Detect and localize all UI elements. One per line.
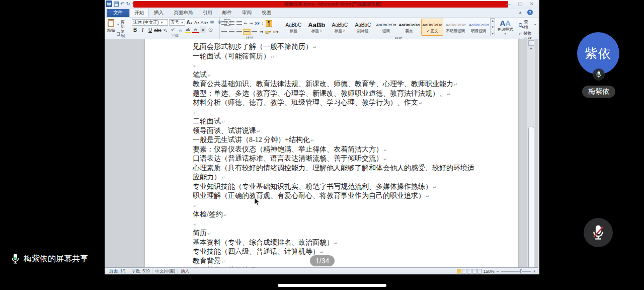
change-styles-icon: AA [500,19,511,27]
sort-icon[interactable]: ↕ [262,21,264,26]
paste-button[interactable]: 粘贴 [106,19,116,33]
phonetic-guide-icon[interactable]: 拼 [209,19,215,26]
save-icon[interactable] [114,2,119,7]
asian-layout-icon[interactable]: X▾ [255,21,259,26]
redo-icon[interactable]: ↻ [126,1,130,7]
shading-icon[interactable]: ▨▾ [265,30,271,34]
ruler-toggle-icon[interactable]: ⌐ [528,40,534,46]
copy-button[interactable]: 复制 [117,29,128,38]
status-page[interactable]: 页面: 1/1 [107,268,129,274]
style-标题[interactable]: AaBbC标题 [282,19,304,36]
style-正文[interactable]: AaBbCcDd✓ 正文 [421,19,443,36]
restore-button[interactable]: ▢ [518,1,522,7]
text-effects-icon[interactable]: A [177,27,184,33]
superscript-button[interactable]: x² [170,27,176,33]
style-明显强调[interactable]: AaBbCcDd明显强调 [467,19,490,36]
minimize-button[interactable]: — [506,1,511,7]
fullscreen-view-icon[interactable] [462,269,466,273]
tab-references[interactable]: 引用 [198,8,217,17]
zoom-level[interactable]: 150% [484,269,495,274]
style-要点[interactable]: AaBbCcDd要点 [398,19,420,36]
word-logo-icon[interactable]: W [106,1,112,7]
style-不明显强调[interactable]: AaBbCcDd不明显强调 [444,19,466,36]
help-icon[interactable]: ? [527,10,533,15]
undo-icon[interactable]: ↶ [120,1,124,7]
multilevel-list-icon[interactable] [236,21,242,25]
status-insert-mode[interactable]: 插入 [178,268,192,274]
mute-microphone-button[interactable] [584,218,613,247]
numbered-list-icon[interactable] [229,21,234,25]
increase-indent-icon[interactable]: ⇥ [250,21,253,26]
font-name-select[interactable]: 宋体 (中文正)▼ [132,19,168,26]
tab-mailings[interactable]: 邮件 [217,8,237,17]
scrollbar-thumb[interactable] [528,126,534,267]
zoom-slider[interactable] [501,271,531,272]
view-mode-buttons [457,269,481,273]
document-line: 个人荣誉、获奖情况↵ [193,266,498,267]
zoom-slider-thumb[interactable] [520,269,522,273]
web-layout-view-icon[interactable] [467,269,471,273]
distribute-icon[interactable] [252,30,257,34]
character-shading-icon[interactable]: A [200,27,206,33]
grow-font-button[interactable]: A▲ [186,19,193,26]
style-preview: AaBbCcDd [423,22,443,29]
tab-review[interactable]: 审阅 [237,8,257,17]
outline-view-icon[interactable] [472,269,476,273]
minimize-ribbon-icon[interactable]: ▲ [518,10,522,15]
print-layout-view-icon[interactable] [457,269,461,273]
scroll-up-icon[interactable]: ▲ [529,46,533,51]
style-强调[interactable]: AaBbCcDd强调 [375,19,397,36]
underline-button[interactable]: U [147,27,153,33]
zoom-in-button[interactable]: + [533,269,536,274]
document-line: 要素：仪容仪表仪态（精神饱满、举止得体、衣着简洁大方）↵ [193,145,498,155]
italic-button[interactable]: I [139,27,146,33]
replace-icon: ⇄ [519,31,522,36]
font-color-icon[interactable]: A [192,27,199,33]
document-line: 职业理解（正确的教育观、有爱心耐心、将教育事业作为自己的职业追求）↵ [193,191,498,201]
style-标题 2[interactable]: AaBbC标题 2 [329,19,351,36]
tab-home[interactable]: 开始 [129,8,149,17]
close-button[interactable]: ✕ [530,1,534,7]
tab-file[interactable]: 文件 [107,8,129,17]
decrease-indent-icon[interactable]: ⇤ [244,21,248,26]
style-name: 强调 [382,29,390,33]
line-spacing-icon[interactable]: ↕▾ [259,30,263,34]
highlight-color-icon[interactable]: ab [185,27,191,33]
find-button[interactable]: 查找▼ [519,19,536,30]
tab-page-layout[interactable]: 页面布局 [169,8,198,17]
zoom-out-button[interactable]: − [496,269,499,274]
tab-view[interactable]: 视图 [257,8,276,17]
borders-icon[interactable]: ⊞▾ [273,30,279,34]
home-indicator-bar[interactable] [278,284,386,287]
change-case-button[interactable]: Aa▼ [201,19,208,26]
justify-icon[interactable] [244,30,250,34]
draft-view-icon[interactable] [477,269,481,273]
show-hide-pilcrow-button[interactable]: ¶ [266,20,272,27]
style-副标题[interactable]: AaBbC副标题 [352,19,374,36]
style-preview: AaBbCcDd [469,22,489,29]
bold-button[interactable]: B [132,27,138,33]
status-language[interactable]: 中文(中国) [152,268,178,274]
strikethrough-button[interactable]: abc [154,27,161,33]
subscript-button[interactable]: x₂ [162,27,169,33]
align-left-icon[interactable] [221,30,227,34]
cut-button[interactable]: ✂剪切 [117,20,128,29]
tab-insert[interactable]: 插入 [149,8,169,17]
style-标题 1[interactable]: AaBb标题 1 [305,19,328,36]
shrink-font-button[interactable]: A▼ [194,19,200,26]
document-page[interactable]: 见面会形式初步了解（一般不筛简历）↵一轮面试（可能筛简历）↵↵笔试↵教育公共基础… [145,39,518,267]
style-name: 标题 2 [335,29,345,33]
vertical-scrollbar[interactable]: ⌐ ▲ [527,39,535,267]
replace-button[interactable]: ⇄替换 [519,31,536,36]
document-line: ↵ [193,61,498,70]
align-right-icon[interactable] [236,30,242,34]
styles-gallery-scroll[interactable]: ▲▼▼ [490,18,495,36]
participant-tile[interactable]: 紫依 梅紫依 [577,32,620,98]
bullet-list-icon[interactable] [221,21,227,25]
change-styles-button[interactable]: AA 更改样式 ▼ [495,19,515,35]
status-word-count[interactable]: 字数: 519 [129,268,153,274]
enclose-icon[interactable]: Ⓐ [207,27,214,33]
participant-mic-indicator [593,68,605,81]
font-size-select[interactable]: 五号▼ [169,19,185,26]
align-center-icon[interactable] [229,30,234,34]
